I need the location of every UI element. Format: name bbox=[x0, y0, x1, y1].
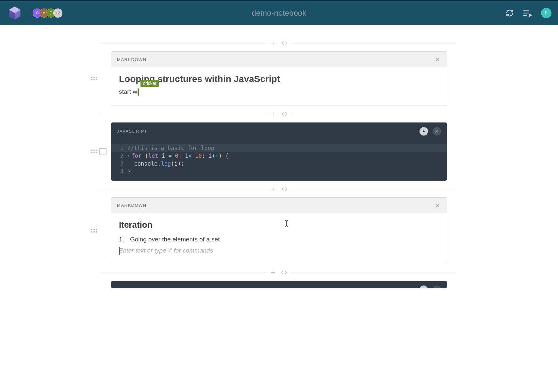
markdown-text[interactable]: cricket start wi bbox=[119, 88, 439, 96]
close-icon[interactable] bbox=[433, 127, 441, 136]
line-number: 3 bbox=[116, 160, 123, 167]
cell-type-label: MARKDOWN bbox=[117, 57, 147, 62]
add-code-cell-icon[interactable] bbox=[280, 186, 288, 192]
cell-header: JAVASCRIPT bbox=[111, 122, 447, 140]
line-number: 1 bbox=[116, 145, 123, 151]
cell-header: MARKDOWN bbox=[111, 52, 447, 67]
close-icon[interactable] bbox=[435, 56, 441, 63]
close-icon[interactable] bbox=[433, 286, 441, 288]
queue-icon[interactable] bbox=[523, 9, 532, 17]
list-item[interactable]: 1. Going over the elements of a set bbox=[119, 236, 439, 243]
cell-insert-divider bbox=[101, 264, 457, 281]
collaborator-avatars[interactable]: C A C +2 bbox=[33, 8, 62, 18]
user-avatar[interactable]: B bbox=[541, 8, 551, 18]
line-number: 2 bbox=[116, 153, 123, 159]
collaborator-cursor-tag: cricket bbox=[140, 80, 159, 87]
svg-marker-9 bbox=[423, 130, 425, 133]
collaborator-overflow[interactable]: +2 bbox=[53, 8, 62, 18]
cell-type-label: MARKDOWN bbox=[117, 203, 147, 208]
markdown-cell: 1 MARKDOWN Looping structures within Jav… bbox=[111, 51, 447, 106]
add-cell-icon[interactable] bbox=[270, 186, 276, 192]
cell-wrapper: 2 JAVASCRIPT 1 //this is a basic for loo… bbox=[111, 122, 447, 181]
markdown-heading[interactable]: Iteration bbox=[119, 220, 439, 230]
text-cursor bbox=[138, 89, 139, 96]
code-cell: 4 JAVASCRIPT bbox=[111, 281, 447, 288]
cell-insert-divider bbox=[101, 106, 457, 122]
add-cell-icon[interactable] bbox=[270, 111, 276, 117]
text-cursor-icon bbox=[284, 220, 289, 229]
markdown-heading[interactable]: Looping structures within JavaScript bbox=[119, 74, 439, 84]
cell-insert-divider bbox=[101, 181, 457, 197]
line-number: 4 bbox=[116, 168, 123, 175]
add-code-cell-icon[interactable] bbox=[280, 40, 288, 46]
drag-handle-icon[interactable] bbox=[91, 229, 97, 233]
notebook-title[interactable]: demo-notebook bbox=[252, 8, 306, 18]
drag-handle-icon[interactable] bbox=[91, 77, 97, 80]
add-code-cell-icon[interactable] bbox=[280, 269, 288, 276]
app-logo[interactable] bbox=[7, 5, 23, 21]
notebook-content: 1 MARKDOWN Looping structures within Jav… bbox=[111, 25, 447, 288]
add-cell-icon[interactable] bbox=[270, 40, 276, 46]
add-code-cell-icon[interactable] bbox=[280, 111, 288, 117]
cell-insert-divider bbox=[101, 35, 457, 51]
app-header: C A C +2 demo-notebook B bbox=[0, 0, 558, 25]
editor-placeholder[interactable]: Enter text or type '/' for commands bbox=[119, 247, 439, 254]
cell-wrapper: 1 MARKDOWN Looping structures within Jav… bbox=[111, 51, 447, 106]
cell-wrapper: 3 MARKDOWN Iteration 1. bbox=[111, 197, 447, 264]
fold-icon[interactable]: ▾ bbox=[127, 154, 130, 158]
add-cell-icon[interactable] bbox=[270, 269, 276, 276]
code-cell: 2 JAVASCRIPT 1 //this is a basic for loo… bbox=[111, 122, 447, 181]
close-icon[interactable] bbox=[435, 202, 441, 209]
drag-handle-icon[interactable] bbox=[91, 150, 97, 153]
text-cursor bbox=[119, 247, 120, 255]
cell-checkbox[interactable] bbox=[99, 148, 107, 155]
cell-header: JAVASCRIPT bbox=[111, 281, 447, 288]
ordered-list[interactable]: 1. Going over the elements of a set bbox=[119, 236, 439, 243]
cell-body[interactable]: Looping structures within JavaScript cri… bbox=[111, 67, 447, 106]
code-editor[interactable]: 1 //this is a basic for loop 2 ▾ for (le… bbox=[111, 140, 447, 181]
header-actions: B bbox=[506, 8, 551, 18]
markdown-cell: 3 MARKDOWN Iteration 1. bbox=[111, 197, 447, 264]
refresh-icon[interactable] bbox=[506, 9, 514, 17]
cell-wrapper: 4 JAVASCRIPT bbox=[111, 281, 447, 288]
cell-body[interactable]: Iteration 1. Going over the elements of … bbox=[111, 213, 447, 264]
cell-header: MARKDOWN bbox=[111, 198, 447, 213]
run-cell-icon[interactable] bbox=[419, 286, 428, 288]
cell-type-label: JAVASCRIPT bbox=[117, 129, 147, 134]
cell-type-label: JAVASCRIPT bbox=[117, 287, 147, 288]
run-cell-icon[interactable] bbox=[419, 127, 428, 136]
